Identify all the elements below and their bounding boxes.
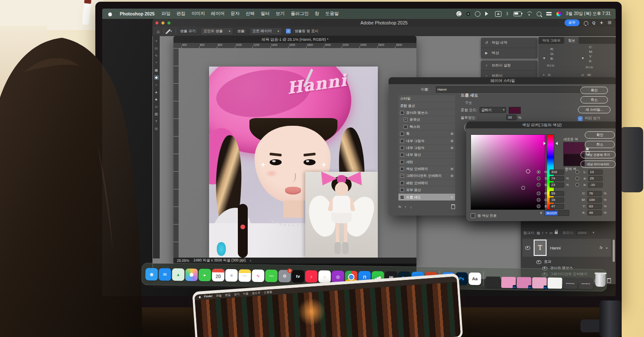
value-input[interactable]: 16 [550,197,564,203]
menu-6[interactable]: 필터 [261,11,270,17]
dock-maps[interactable]: ▲ [172,268,184,280]
artwork[interactable]: Hanni [209,67,378,258]
menu-4[interactable]: 문자 [231,11,240,17]
menubar-clock[interactable]: 3월 20일 (목) 오후 7:31 [566,11,611,17]
dock-mail[interactable]: ✉ [158,268,171,280]
dock-facetime[interactable]: ▸ [198,268,211,281]
add-instance-icon[interactable]: ⊞ [450,146,453,150]
dock-min-doc-2[interactable]: ⋯⋯ [578,278,593,289]
dock-min-doc-1[interactable]: ⋯⋯ [563,278,577,289]
layers-scrollbar[interactable] [613,240,615,262]
dock-freeform[interactable]: ∿ [252,269,264,282]
siri-icon[interactable] [556,12,561,16]
style-item-12[interactable]: 패턴 오버레이 [398,180,455,186]
style-checkbox[interactable] [400,111,404,115]
eyedropper-tool-preset[interactable]: ▾ [168,29,172,33]
value-input[interactable]: 100 [587,197,602,203]
text-layer-thumbnail[interactable]: T [534,240,547,256]
value-radio[interactable] [575,176,579,180]
menu-8[interactable]: 플러그인 [291,11,309,17]
layer-visibility-icon[interactable] [525,246,530,250]
hex-input[interactable]: 3b102f [544,210,569,216]
layer-name[interactable]: Hanni [550,246,561,250]
dock-reminders[interactable]: ≡ [225,269,237,281]
style-checkbox[interactable]: ✓ [400,174,404,178]
value-radio[interactable] [537,191,541,195]
style-checkbox[interactable] [400,139,404,143]
sample-size-select[interactable]: 포인트 샘플▾ [200,27,233,35]
value-radio[interactable] [575,183,579,187]
laptop-menu-5[interactable]: 윈도우 [252,291,261,295]
wand-tool[interactable]: * [154,61,159,65]
laptop-menu-4[interactable]: 이동 [243,292,249,296]
sampling-ring-checkbox[interactable]: ✓ [286,29,291,33]
dock-music[interactable]: ♪ [305,270,317,282]
eyedropper-tool[interactable]: ◆ [154,75,159,80]
style-item-2[interactable]: 경사와 엠보스 [398,109,455,116]
dock-min-window[interactable] [486,276,500,288]
add-instance-icon[interactable]: ⊞ [450,167,453,171]
style-item-6[interactable]: 내부 그림자⊞ [398,137,455,144]
value-input[interactable]: 316 [550,170,564,175]
value-input[interactable]: -10 [588,182,603,188]
menu-1[interactable]: 편집 [176,11,185,17]
style-item-14[interactable]: ✓드롭 섀도⊞ [398,194,455,200]
spotlight-icon[interactable] [537,12,541,16]
shadow-color-swatch[interactable] [509,107,521,114]
layer-fx-icon[interactable]: fx [600,246,603,250]
zoom-level[interactable]: 25.05% [177,258,189,263]
style-item-10[interactable]: 색상 오버레이⊞ [398,166,455,172]
menu-2[interactable]: 이미지 [191,11,205,17]
value-input[interactable]: 25 [588,176,603,181]
control-center-icon[interactable] [546,12,552,16]
zoom-tool[interactable]: ◎ [154,126,159,131]
color-field-marker[interactable] [526,169,530,173]
value-input[interactable]: 63 [587,204,602,209]
opacity-input[interactable]: 33 [506,115,516,120]
menu-3[interactable]: 레이어 [211,11,225,17]
layer-style-cancel-button[interactable]: 취소 [580,96,608,103]
color-libraries-button[interactable]: 색상 라이브러리 [580,161,616,168]
style-checkbox[interactable] [400,153,404,157]
lock-transparency-icon[interactable]: ▨ [537,231,540,235]
style-item-5[interactable]: 획⊞ [398,131,455,137]
ai-sparkle-icon[interactable] [600,21,604,25]
dock-appletv[interactable]: tv [292,270,304,282]
add-instance-icon[interactable]: ⊞ [450,195,453,199]
dock-notes[interactable]: — [238,269,251,282]
wifi-icon[interactable] [526,12,532,16]
value-radio[interactable] [537,183,541,187]
laptop-menu-3[interactable]: 보기 [234,292,240,297]
style-item-13[interactable]: 외부 광선 [398,187,455,193]
style-checkbox[interactable] [400,181,404,185]
value-input[interactable]: 13 [588,170,603,175]
value-input[interactable]: 74 [550,176,564,181]
laptop-apple-icon[interactable] [199,296,200,298]
move-tool[interactable]: + [154,39,159,43]
panel-actions-button[interactable]: ▶액션 [481,48,538,58]
lasso-tool[interactable]: ∿ [154,53,159,58]
color-picker-title[interactable]: 색상 피커(그림자 색상) [466,121,616,128]
style-checkbox[interactable] [400,160,404,164]
crop-tool[interactable]: ▦ [154,68,159,73]
hue-marker-left[interactable] [544,142,547,145]
search-icon[interactable]: Q [592,21,595,25]
status-chevron[interactable]: › [250,258,251,263]
value-radio[interactable] [537,170,541,174]
style-checkbox[interactable] [400,167,404,171]
dock-settings[interactable]: ⚙3 [278,270,291,282]
add-instance-icon[interactable]: ⊞ [450,132,453,136]
style-item-4[interactable]: 텍스처 [398,124,455,130]
dock-fonts[interactable]: Aa [468,272,481,285]
add-to-swatches-button[interactable]: 색상 견본에 추가 [580,151,616,158]
style-checkbox[interactable] [400,146,404,150]
lock-artboard-icon[interactable]: ▭ [550,231,553,235]
stamp-tool[interactable]: ■ [154,97,159,102]
gradient-tool[interactable]: ▥ [154,112,159,116]
laptop-menu-0[interactable]: Finder [204,294,213,299]
style-item-0[interactable]: 스타일 [398,95,455,102]
style-item-1[interactable]: 혼합 옵션 [398,102,455,109]
share-button[interactable]: 공유 [565,19,580,26]
add-instance-icon[interactable]: ⊞ [450,174,453,178]
heal-tool[interactable]: ○ [154,82,159,87]
